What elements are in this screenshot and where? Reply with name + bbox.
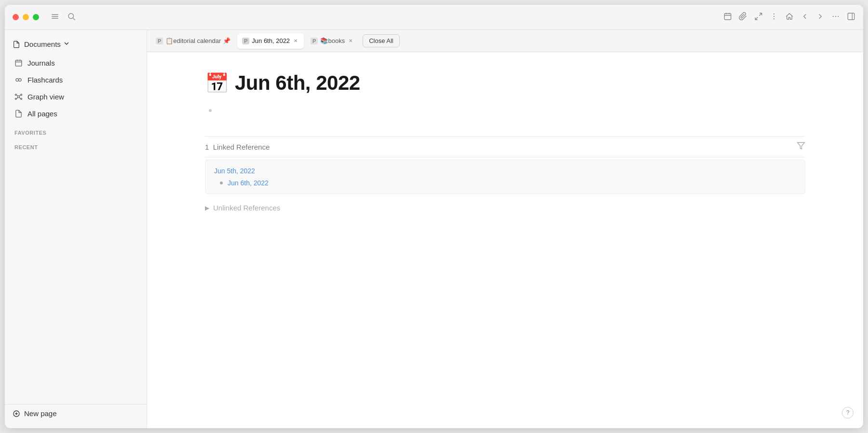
svg-point-12 [773,15,774,16]
new-page-icon [13,410,20,418]
ref-bullet-row: Jun 6th, 2022 [214,179,796,187]
svg-point-23 [16,79,19,82]
ref-bullet-dot [220,182,223,184]
linked-references-header: 1 Linked Reference [205,136,805,157]
new-page-button[interactable]: New page [5,404,147,422]
page-heading: Jun 6th, 2022 [235,71,360,95]
sidebar-item-all-pages[interactable]: All pages [5,105,147,122]
content-area: P 📋editorial calendar 📌 P Jun 6th, 2022 … [147,30,863,428]
svg-rect-19 [15,60,22,66]
journals-label: Journals [27,59,55,67]
linked-references-section: 1 Linked Reference Jun 5th, 2022 [205,136,805,194]
chevron-down-icon [63,40,74,49]
tab-books-close[interactable]: ✕ [347,38,354,44]
tab-jun6-label: Jun 6th, 2022 [252,37,290,44]
tab-editorial-label: 📋editorial calendar 📌 [165,37,231,44]
tab-editorial[interactable]: P 📋editorial calendar 📌 [151,33,235,49]
ellipsis-icon[interactable] [831,12,840,23]
graph-nav-icon [14,93,23,101]
sidebar-item-journals[interactable]: Journals [5,55,147,71]
home-icon[interactable] [785,12,794,23]
page-bullet [209,109,212,112]
search-icon[interactable] [67,12,76,23]
new-page-label: New page [24,409,57,418]
svg-line-9 [760,13,762,15]
flashcards-nav-icon [14,76,23,84]
svg-line-32 [16,98,18,98]
sidebar-item-graph-view[interactable]: Graph view [5,88,147,105]
svg-line-10 [755,17,758,19]
unlinked-references[interactable]: ▶ Unlinked References [205,204,805,212]
svg-point-16 [838,15,839,16]
forward-icon[interactable] [816,12,825,23]
svg-line-31 [19,95,21,96]
svg-point-24 [19,79,22,82]
paperclip-icon[interactable] [739,12,747,23]
calendar-nav-icon [14,59,23,67]
tab-jun6-close[interactable]: ✕ [292,38,299,44]
svg-point-27 [21,94,22,96]
documents-label: Documents [24,40,61,48]
page-title: 📅 Jun 6th, 2022 [205,71,805,95]
svg-point-3 [68,14,74,19]
svg-point-11 [773,13,774,14]
flashcards-label: Flashcards [27,76,63,84]
svg-line-30 [16,95,18,96]
favorites-section-header: FAVORITES [5,124,147,139]
tab-books[interactable]: P 📚books ✕ [306,33,359,49]
expand-icon[interactable] [754,12,763,23]
svg-marker-37 [798,142,805,149]
help-button[interactable]: ? [842,407,854,419]
linked-references-title: 1 Linked Reference [205,143,270,151]
svg-point-13 [773,18,774,19]
traffic-light-green[interactable] [33,14,39,20]
filter-icon[interactable] [797,141,805,152]
back-icon[interactable] [800,12,809,23]
svg-line-4 [73,18,75,20]
recent-section-header: RECENT [5,139,147,153]
linked-ref-label: Linked Reference [213,143,270,151]
calendar-icon[interactable] [723,12,732,23]
svg-point-29 [21,98,22,99]
tabs-bar: P 📋editorial calendar 📌 P Jun 6th, 2022 … [147,30,863,52]
documents-icon [13,41,20,48]
sidebar-toggle-icon[interactable] [51,12,59,23]
titlebar-right-icons [723,12,855,23]
unlinked-references-label: Unlinked References [213,204,280,212]
svg-point-26 [15,94,16,96]
tab-editorial-prefix: P [156,38,163,44]
svg-rect-17 [848,13,854,20]
more-vertical-icon[interactable] [770,12,778,23]
sidebar: Documents Journals [5,30,147,428]
svg-point-28 [15,98,16,99]
close-all-button[interactable]: Close All [363,34,400,47]
titlebar-left-icons [51,12,76,23]
tab-jun6[interactable]: P Jun 6th, 2022 ✕ [237,33,304,49]
tab-books-label: 📚books [320,37,345,44]
sidebar-item-flashcards[interactable]: Flashcards [5,71,147,88]
sidebar-spacer [5,153,147,404]
page-title-emoji: 📅 [205,72,229,95]
traffic-light-red[interactable] [13,14,19,20]
titlebar [5,5,863,30]
svg-point-15 [835,15,836,16]
graph-view-label: Graph view [27,93,64,101]
svg-rect-5 [724,14,731,20]
linked-ref-count: 1 [205,143,209,151]
main-layout: Documents Journals [5,30,863,428]
page-content: 📅 Jun 6th, 2022 1 Linked Reference [147,52,863,428]
app-window: Documents Journals [5,5,863,428]
unlinked-chevron-icon: ▶ [205,205,209,211]
tab-books-prefix: P [311,38,318,44]
ref-child-link[interactable]: Jun 6th, 2022 [228,179,269,187]
svg-line-33 [19,98,21,98]
tab-jun6-prefix: P [242,38,249,44]
all-pages-label: All pages [27,110,57,118]
reference-card: Jun 5th, 2022 Jun 6th, 2022 [205,159,805,194]
ref-parent-link[interactable]: Jun 5th, 2022 [214,167,255,175]
panel-icon[interactable] [847,12,855,23]
traffic-light-yellow[interactable] [23,14,29,20]
traffic-lights [13,14,39,20]
svg-point-14 [833,15,834,16]
documents-nav[interactable]: Documents [5,36,147,53]
